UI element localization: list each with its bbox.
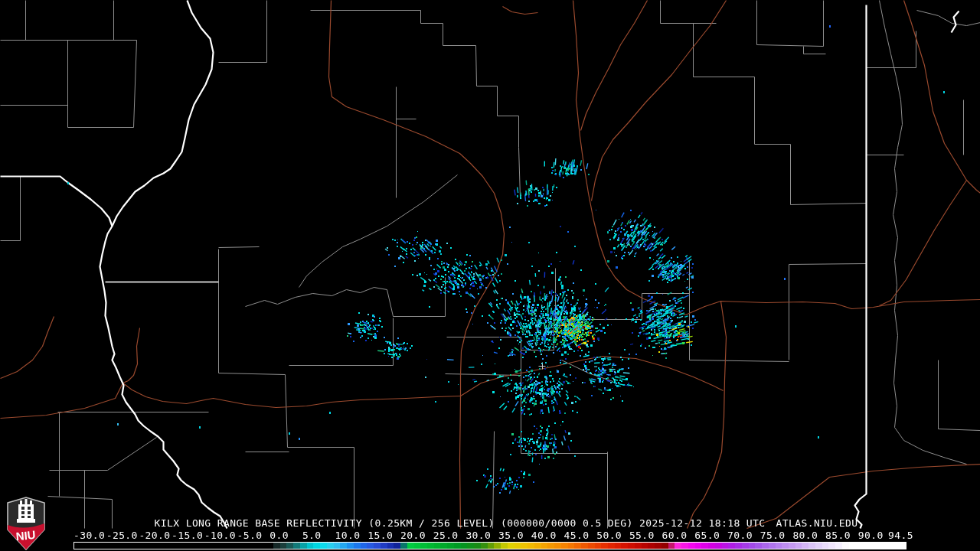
- reflectivity-colorbar: [74, 542, 906, 549]
- colorbar-tick-label: 65.0: [694, 531, 720, 540]
- colorbar-tick-label: 45.0: [564, 531, 590, 540]
- product-caption: KILX LONG RANGE BASE REFLECTIVITY (0.25K…: [155, 518, 858, 528]
- colorbar-tick-label: 70.0: [727, 531, 753, 540]
- colorbar-scale-labels: -30.0-25.0-20.0-15.0-10.0-5.00.05.010.01…: [0, 531, 980, 540]
- niu-logo: NIU: [5, 496, 47, 551]
- colorbar-tick-label: 30.0: [466, 531, 491, 540]
- colorbar-tick-label: 60.0: [662, 531, 688, 540]
- colorbar-tick-label: 35.0: [498, 531, 524, 540]
- colorbar-tick-label: 20.0: [400, 531, 426, 540]
- colorbar-tick-label: 15.0: [368, 531, 393, 540]
- radar-display: NIU KILX LONG RANGE BASE REFLECTIVITY (0…: [0, 0, 980, 551]
- colorbar-tick-label: 94.5: [888, 531, 913, 540]
- radar-map-canvas: [0, 0, 980, 551]
- colorbar-tick-label: 75.0: [760, 531, 786, 540]
- colorbar-tick-label: 5.0: [302, 531, 322, 540]
- product-title: KILX LONG RANGE BASE REFLECTIVITY (0.25K…: [155, 517, 766, 529]
- colorbar-tick-label: -30.0: [74, 531, 105, 540]
- colorbar-tick-label: -5.0: [237, 531, 263, 540]
- colorbar-tick-label: 0.0: [270, 531, 289, 540]
- colorbar-tick-label: 85.0: [825, 531, 851, 540]
- colorbar-tick-label: 25.0: [433, 531, 459, 540]
- colorbar-tick-label: -15.0: [172, 531, 203, 540]
- colorbar-tick-label: 10.0: [335, 531, 361, 540]
- colorbar-tick-label: 55.0: [629, 531, 655, 540]
- source-url: ATLAS.NIU.EDU: [776, 517, 858, 529]
- colorbar-tick-label: 50.0: [596, 531, 622, 540]
- colorbar-tick-label: 90.0: [858, 531, 884, 540]
- colorbar-tick-label: -25.0: [106, 531, 138, 540]
- colorbar-tick-label: 80.0: [792, 531, 818, 540]
- colorbar-gradient-bar: [74, 543, 906, 549]
- colorbar-tick-label: -20.0: [139, 531, 170, 540]
- colorbar-tick-label: 40.0: [531, 531, 557, 540]
- colorbar-tick-label: -10.0: [204, 531, 236, 540]
